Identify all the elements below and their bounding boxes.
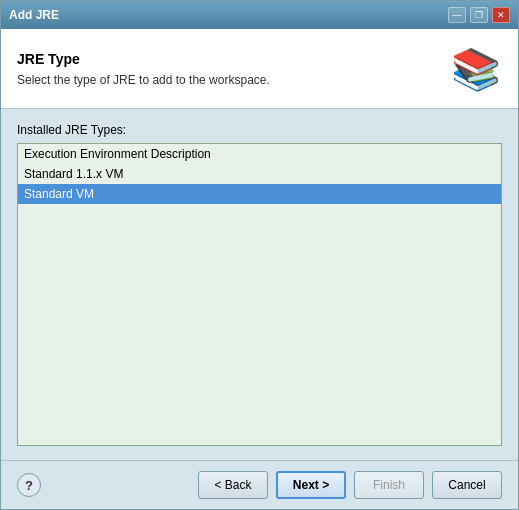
cancel-button[interactable]: Cancel xyxy=(432,471,502,499)
minimize-button[interactable]: — xyxy=(448,7,466,23)
header-icon-container: 📚 xyxy=(450,43,502,95)
header-title: JRE Type xyxy=(17,51,450,67)
close-button[interactable]: ✕ xyxy=(492,7,510,23)
list-item-selected[interactable]: Standard VM xyxy=(18,184,501,204)
content-area: Installed JRE Types: Execution Environme… xyxy=(1,109,518,460)
section-label: Installed JRE Types: xyxy=(17,123,502,137)
header-subtitle: Select the type of JRE to add to the wor… xyxy=(17,73,450,87)
footer: ? < Back Next > Finish Cancel xyxy=(1,460,518,509)
next-button[interactable]: Next > xyxy=(276,471,346,499)
books-icon: 📚 xyxy=(451,49,501,89)
window-title: Add JRE xyxy=(9,8,448,22)
list-item[interactable]: Standard 1.1.x VM xyxy=(18,164,501,184)
header-section: JRE Type Select the type of JRE to add t… xyxy=(1,29,518,109)
window-controls: — ❐ ✕ xyxy=(448,7,510,23)
restore-button[interactable]: ❐ xyxy=(470,7,488,23)
jre-types-list[interactable]: Execution Environment Description Standa… xyxy=(17,143,502,446)
help-button[interactable]: ? xyxy=(17,473,41,497)
list-item[interactable]: Execution Environment Description xyxy=(18,144,501,164)
finish-button[interactable]: Finish xyxy=(354,471,424,499)
back-button[interactable]: < Back xyxy=(198,471,268,499)
add-jre-window: Add JRE — ❐ ✕ JRE Type Select the type o… xyxy=(0,0,519,510)
footer-buttons: < Back Next > Finish Cancel xyxy=(198,471,502,499)
header-text: JRE Type Select the type of JRE to add t… xyxy=(17,51,450,87)
title-bar: Add JRE — ❐ ✕ xyxy=(1,1,518,29)
